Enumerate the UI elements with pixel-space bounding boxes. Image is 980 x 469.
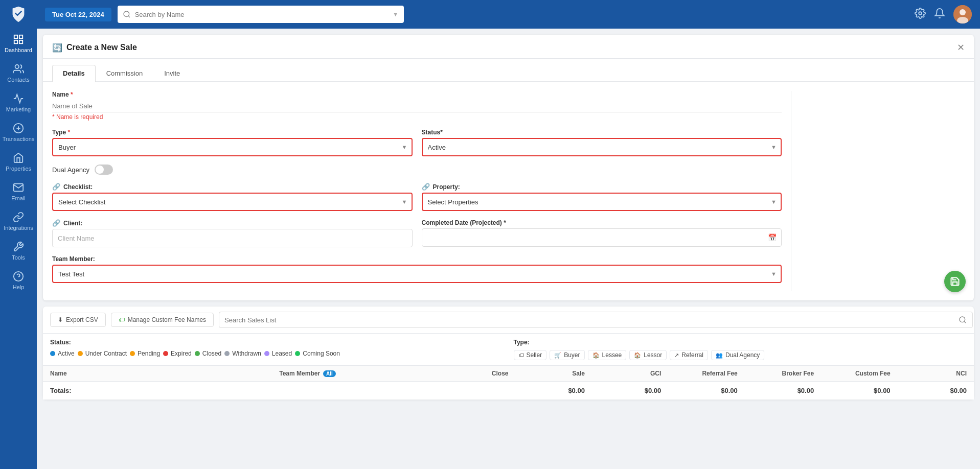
- app-logo[interactable]: [0, 0, 37, 29]
- buyer-label: Buyer: [564, 351, 580, 359]
- create-sale-title: 🔄 Create a New Sale: [52, 43, 137, 53]
- col-header-close: Close: [432, 370, 508, 377]
- totals-close: [432, 387, 508, 394]
- checklist-link-icon: 🔗: [52, 183, 60, 191]
- search-input[interactable]: [135, 11, 389, 18]
- totals-gci: $0.00: [585, 387, 661, 394]
- sale-icon: 🔄: [52, 43, 62, 53]
- sidebar-item-marketing[interactable]: Marketing: [0, 88, 37, 118]
- checklist-label: Checklist:: [63, 183, 93, 191]
- status-select[interactable]: Active Under Contract Pending Expired Cl…: [422, 138, 782, 156]
- client-label: Client:: [63, 220, 82, 227]
- search-dropdown-icon[interactable]: ▼: [393, 11, 399, 18]
- totals-team: [279, 387, 432, 394]
- status-field-group: Status* Active Under Contract Pending Ex…: [422, 129, 782, 156]
- topbar-date: Tue Oct 22, 2024: [45, 8, 111, 21]
- type-lessee[interactable]: 🏠 Lessee: [588, 350, 627, 360]
- lessee-label: Lessee: [602, 351, 622, 359]
- property-select-wrapper: Select Properties ▼: [422, 193, 782, 211]
- sidebar-item-email[interactable]: Email: [0, 177, 37, 206]
- type-referral[interactable]: ↗ Referral: [670, 350, 708, 360]
- sidebar-item-label: Contacts: [7, 77, 29, 83]
- status-label: Status*: [422, 129, 782, 136]
- filter-closed[interactable]: Closed: [195, 350, 221, 357]
- export-csv-button[interactable]: ⬇ Export CSV: [50, 313, 106, 327]
- tab-details[interactable]: Details: [52, 65, 96, 82]
- svg-rect-2: [19, 35, 22, 38]
- manage-icon: 🏷: [119, 316, 125, 323]
- close-button[interactable]: ✕: [957, 42, 965, 53]
- col-header-sale: Sale: [509, 370, 585, 377]
- pending-dot: [130, 351, 135, 356]
- totals-broker-fee: $0.00: [738, 387, 814, 394]
- calendar-icon[interactable]: 📅: [768, 233, 777, 242]
- svg-point-11: [124, 11, 129, 17]
- checklist-select[interactable]: Select Checklist: [52, 193, 413, 211]
- sidebar-item-label: Transactions: [3, 136, 35, 142]
- withdrawn-label: Withdrawn: [232, 350, 261, 357]
- filter-under-contract[interactable]: Under Contract: [78, 350, 127, 357]
- manage-fees-button[interactable]: 🏷 Manage Custom Fee Names: [111, 313, 214, 327]
- team-member-select[interactable]: Test Test: [52, 265, 782, 283]
- filter-active[interactable]: Active: [50, 350, 75, 357]
- sidebar-item-properties[interactable]: Properties: [0, 147, 37, 177]
- type-buyer[interactable]: 🛒 Buyer: [550, 350, 584, 360]
- dual-agency-toggle[interactable]: [95, 165, 113, 175]
- search-bar[interactable]: ▼: [118, 6, 404, 23]
- sidebar-item-transactions[interactable]: Transactions: [0, 118, 37, 147]
- sidebar-item-label: Integrations: [4, 225, 33, 231]
- content-area: 🔄 Create a New Sale ✕ Details Commission…: [37, 29, 980, 469]
- under-contract-label: Under Contract: [85, 350, 127, 357]
- type-dual-agency[interactable]: 👥 Dual Agency: [711, 350, 764, 360]
- col-header-broker-fee: Broker Fee: [738, 370, 814, 377]
- sidebar-item-label: Dashboard: [5, 47, 32, 53]
- filter-leased[interactable]: Leased: [264, 350, 292, 357]
- filter-pending[interactable]: Pending: [130, 350, 160, 357]
- client-input[interactable]: [52, 229, 413, 247]
- type-select[interactable]: Buyer Seller Referral Lessee Lessor Dual…: [52, 138, 413, 156]
- sidebar-item-contacts[interactable]: Contacts: [0, 58, 37, 88]
- lessee-icon: 🏠: [592, 352, 600, 359]
- sidebar-item-integrations[interactable]: Integrations: [0, 206, 37, 236]
- name-input[interactable]: [52, 100, 782, 112]
- completed-date-field-group: Completed Date (Projected) * 02/25/2003 …: [422, 219, 782, 247]
- user-avatar[interactable]: [953, 5, 972, 24]
- topbar: Tue Oct 22, 2024 ▼: [37, 0, 980, 29]
- filter-withdrawn[interactable]: Withdrawn: [224, 350, 261, 357]
- checklist-label-row: 🔗 Checklist:: [52, 183, 413, 191]
- team-all-badge[interactable]: All: [323, 370, 336, 377]
- form-left: Name * * Name is required Type *: [52, 91, 782, 291]
- filter-expired[interactable]: Expired: [163, 350, 192, 357]
- sidebar-item-dashboard[interactable]: Dashboard: [0, 29, 37, 58]
- filter-coming-soon[interactable]: Coming Soon: [295, 350, 340, 357]
- lessor-label: Lessor: [644, 351, 662, 359]
- coming-soon-dot: [295, 351, 300, 356]
- dual-agency-type-label: Dual Agency: [725, 351, 760, 359]
- export-icon: ⬇: [58, 316, 63, 323]
- coming-soon-label: Coming Soon: [303, 350, 340, 357]
- type-seller[interactable]: 🏷 Seller: [514, 350, 547, 360]
- svg-point-17: [960, 317, 965, 322]
- svg-rect-1: [14, 35, 17, 38]
- completed-date-input[interactable]: 02/25/2003: [422, 228, 782, 247]
- active-label: Active: [58, 350, 75, 357]
- settings-icon[interactable]: [915, 8, 926, 21]
- col-header-referral-fee: Referral Fee: [661, 370, 737, 377]
- tab-commission[interactable]: Commission: [96, 65, 154, 81]
- sidebar-item-help[interactable]: Help: [0, 266, 37, 295]
- notifications-icon[interactable]: [934, 8, 945, 21]
- property-link-icon: 🔗: [422, 183, 430, 191]
- name-error: * Name is required: [52, 113, 782, 121]
- sales-search-input[interactable]: [219, 312, 973, 328]
- sales-search-icon: [959, 316, 967, 324]
- tab-invite[interactable]: Invite: [153, 65, 191, 81]
- type-lessor[interactable]: 🏠 Lessor: [629, 350, 667, 360]
- sidebar-item-label: Email: [11, 195, 26, 201]
- referral-label: Referral: [681, 351, 703, 359]
- property-select[interactable]: Select Properties: [422, 193, 782, 211]
- checklist-property-row: 🔗 Checklist: Select Checklist ▼: [52, 183, 782, 211]
- sidebar-item-label: Help: [13, 284, 25, 290]
- create-sale-header: 🔄 Create a New Sale ✕: [43, 35, 974, 59]
- sidebar-item-tools[interactable]: Tools: [0, 236, 37, 266]
- save-button[interactable]: [944, 271, 966, 292]
